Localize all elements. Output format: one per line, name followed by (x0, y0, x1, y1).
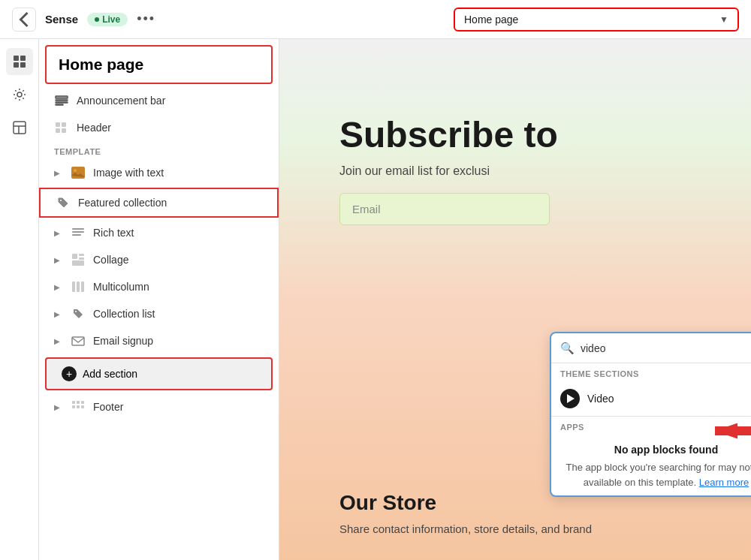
video-result-label: Video (587, 393, 614, 405)
svg-rect-9 (56, 100, 68, 101)
search-input[interactable] (581, 342, 751, 354)
layout-icon (12, 120, 27, 135)
image-with-text-icon (71, 165, 86, 180)
sidebar-item-header[interactable]: Header (39, 114, 279, 141)
page-selector[interactable]: Home page ▼ (454, 8, 739, 32)
expand-arrow-email-signup: ▶ (54, 337, 60, 345)
featured-collection-highlight: Featured collection (39, 188, 279, 218)
sidebar-item-collage[interactable]: ▶ Collage (39, 246, 279, 273)
no-apps-desc: The app block you're searching for may n… (551, 460, 751, 495)
live-label: Live (102, 14, 120, 25)
rich-text-icon (71, 225, 86, 240)
app-name: Sense (45, 13, 78, 26)
footer-icon (71, 399, 86, 414)
back-icon (13, 8, 35, 31)
svg-rect-8 (56, 96, 68, 98)
svg-rect-27 (77, 282, 80, 292)
svg-rect-31 (72, 401, 75, 404)
our-store-desc: Share contact information, store details… (339, 521, 721, 538)
header-label: Header (77, 122, 111, 134)
add-section-label: Add section (83, 368, 137, 380)
layout-icon-btn[interactable] (6, 114, 33, 141)
email-signup-icon (71, 333, 86, 348)
svg-rect-30 (72, 337, 84, 345)
svg-rect-22 (72, 254, 77, 259)
header-grid-icon (54, 120, 69, 135)
search-overlay: 🔍 ✕ THEME SECTIONS Video APPS No app blo… (550, 332, 751, 497)
template-label: TEMPLATE (39, 141, 279, 159)
collection-list-label: Collection list (93, 308, 155, 320)
customize-icon-btn[interactable] (6, 81, 33, 108)
svg-rect-10 (56, 102, 68, 103)
footer-label: Footer (93, 401, 123, 413)
svg-rect-34 (72, 405, 75, 408)
sidebar-item-rich-text[interactable]: ▶ Rich text (39, 219, 279, 246)
svg-rect-1 (20, 56, 26, 61)
multicolumn-icon (71, 279, 86, 294)
svg-rect-21 (72, 234, 81, 236)
sidebar-title-box: Home page (45, 45, 273, 84)
image-with-text-label: Image with text (93, 167, 164, 179)
svg-rect-26 (72, 282, 75, 292)
svg-rect-25 (72, 260, 84, 266)
live-badge: Live (87, 13, 128, 26)
top-bar-left: Sense Live ••• (12, 8, 155, 32)
mail-icon (71, 333, 86, 348)
expand-arrow-collage: ▶ (54, 256, 60, 264)
live-dot (95, 17, 99, 22)
svg-point-29 (75, 311, 77, 312)
theme-sections-label: THEME SECTIONS (551, 363, 751, 381)
sidebar: Home page Announcement bar (39, 39, 279, 560)
rich-text-label: Rich text (93, 227, 134, 239)
svg-point-4 (17, 92, 22, 97)
subscribe-title: Subscribe to (339, 114, 558, 155)
top-bar: Sense Live ••• Home page ▼ (0, 0, 751, 39)
svg-rect-36 (81, 405, 84, 408)
svg-rect-0 (14, 56, 19, 61)
back-button[interactable] (12, 8, 36, 32)
svg-rect-32 (77, 401, 80, 404)
sections-icon-btn[interactable] (6, 48, 33, 75)
sidebar-item-featured-collection[interactable]: Featured collection (41, 189, 277, 216)
subscribe-section: Subscribe to Join our email list for exc… (309, 84, 751, 255)
learn-more-link[interactable]: Learn more (699, 477, 749, 488)
collection-list-icon (71, 306, 86, 321)
arrow-annotation (707, 416, 751, 448)
svg-rect-40 (715, 426, 751, 435)
svg-point-18 (60, 200, 62, 201)
sidebar-item-collection-list[interactable]: ▶ Collection list (39, 300, 279, 327)
subscribe-desc: Join our email list for exclusi (339, 164, 490, 178)
featured-collection-icon (56, 195, 71, 210)
collection-tag-icon (71, 306, 86, 321)
search-result-video[interactable]: Video (551, 381, 751, 416)
customize-icon (12, 87, 27, 102)
add-section-button[interactable]: + Add section (45, 357, 273, 390)
page-selector-value: Home page (464, 14, 518, 26)
header-icon (54, 120, 69, 135)
lines-icon (71, 225, 86, 240)
main-layout: Home page Announcement bar (0, 39, 751, 560)
sections-icon (12, 54, 27, 69)
sidebar-item-footer[interactable]: ▶ Footer (39, 393, 279, 420)
featured-collection-label: Featured collection (78, 197, 167, 209)
footer-grid-icon (71, 399, 86, 414)
sidebar-item-image-with-text[interactable]: ▶ Image with text (39, 159, 279, 186)
image-icon (71, 165, 86, 180)
email-input-preview: Email (339, 193, 550, 225)
collage-icon (71, 252, 86, 267)
collage-label: Collage (93, 254, 128, 266)
more-button[interactable]: ••• (137, 11, 155, 27)
sidebar-item-announcement-bar[interactable]: Announcement bar (39, 87, 279, 114)
announcement-bar-icon (54, 93, 69, 108)
svg-rect-5 (14, 122, 26, 134)
svg-rect-14 (56, 128, 60, 133)
sidebar-item-email-signup[interactable]: ▶ Email signup (39, 327, 279, 354)
arrow-svg (707, 416, 751, 446)
expand-arrow-footer: ▶ (54, 403, 60, 411)
svg-point-17 (74, 169, 77, 172)
tag-icon (56, 195, 71, 210)
collage-grid-icon (71, 252, 86, 267)
svg-rect-11 (56, 104, 63, 105)
sidebar-item-multicolumn[interactable]: ▶ Multicolumn (39, 273, 279, 300)
svg-rect-23 (79, 254, 84, 256)
